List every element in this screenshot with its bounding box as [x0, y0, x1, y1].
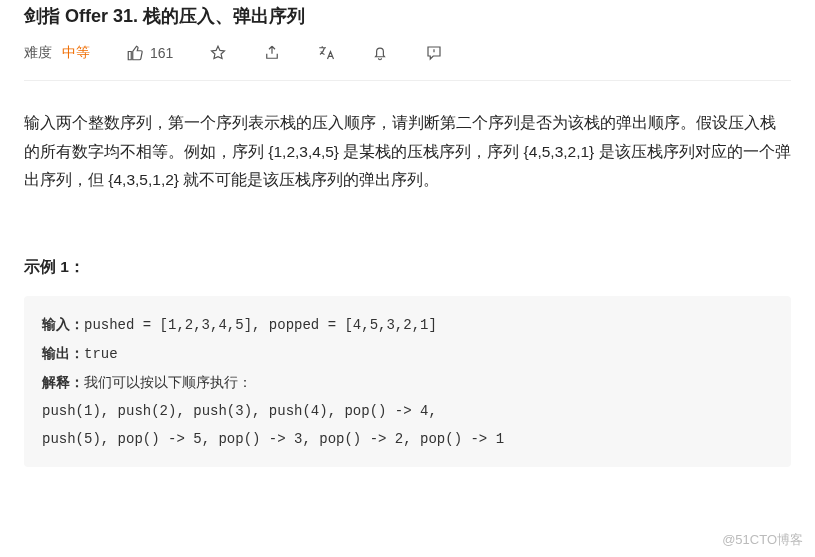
example-code-block: 输入：pushed = [1,2,3,4,5], popped = [4,5,3… — [24, 296, 791, 467]
favorite-button[interactable] — [209, 44, 227, 62]
meta-row: 难度 中等 161 — [24, 44, 791, 81]
output-value: true — [84, 346, 118, 362]
difficulty-label: 难度 — [24, 44, 52, 60]
explain-label: 解释： — [42, 374, 84, 390]
like-count: 161 — [150, 45, 173, 61]
feedback-icon — [425, 44, 443, 62]
translate-button[interactable] — [317, 44, 335, 62]
notify-button[interactable] — [371, 44, 389, 62]
difficulty-value: 中等 — [62, 44, 90, 60]
difficulty: 难度 中等 — [24, 44, 90, 62]
share-button[interactable] — [263, 44, 281, 62]
thumb-up-icon — [126, 44, 144, 62]
explain-value: 我们可以按以下顺序执行： — [84, 375, 252, 391]
share-icon — [263, 44, 281, 62]
output-label: 输出： — [42, 345, 84, 361]
translate-icon — [317, 44, 335, 62]
example-heading: 示例 1： — [24, 257, 791, 278]
watermark: @51CTO博客 — [722, 531, 803, 549]
page-title: 剑指 Offer 31. 栈的压入、弹出序列 — [24, 0, 791, 44]
bell-icon — [371, 44, 389, 62]
input-label: 输入： — [42, 316, 84, 332]
feedback-button[interactable] — [425, 44, 443, 62]
input-value: pushed = [1,2,3,4,5], popped = [4,5,3,2,… — [84, 317, 437, 333]
like-button[interactable]: 161 — [126, 44, 173, 62]
star-icon — [209, 44, 227, 62]
problem-description: 输入两个整数序列，第一个序列表示栈的压入顺序，请判断第二个序列是否为该栈的弹出顺… — [24, 81, 791, 195]
example-rest: push(1), push(2), push(3), push(4), pop(… — [42, 403, 504, 447]
